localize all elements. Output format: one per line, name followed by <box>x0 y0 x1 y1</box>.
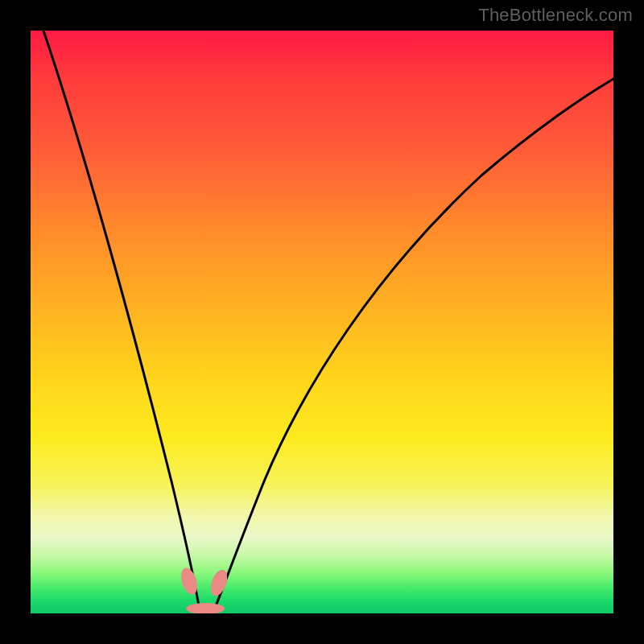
bottleneck-curve <box>31 31 613 613</box>
watermark-text: TheBottleneck.com <box>478 5 633 26</box>
chart-frame: TheBottleneck.com <box>0 0 644 644</box>
curve-left-branch <box>43 31 200 610</box>
right-marker-icon <box>208 568 231 598</box>
curve-right-branch <box>214 79 613 610</box>
marker-group <box>178 566 230 613</box>
bottom-marker-icon <box>186 603 225 613</box>
plot-area <box>31 31 613 613</box>
